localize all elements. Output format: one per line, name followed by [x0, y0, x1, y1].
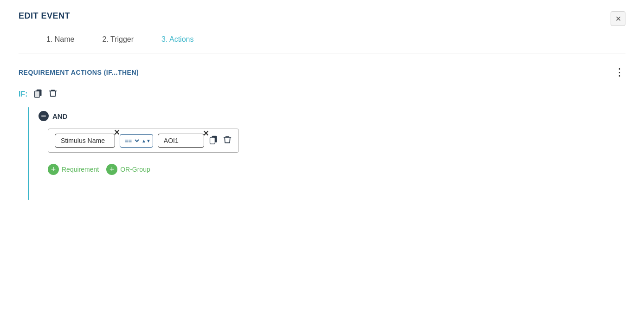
if-row: IF: path{fill:none;stroke:#2d3a4a;stroke…	[19, 89, 625, 100]
tab-trigger[interactable]: 2. Trigger	[102, 35, 134, 44]
close-icon: ✕	[615, 14, 621, 23]
divider	[19, 53, 625, 53]
add-requirement-label: Requirement	[62, 166, 99, 173]
value-box[interactable]: AOI1	[158, 134, 204, 148]
tree-container: AND ✕ Stimulus Name ==	[28, 107, 625, 200]
operator-select[interactable]: == != > < ▲▼	[120, 134, 153, 148]
section-title: REQUIREMENT ACTIONS (IF...THEN)	[19, 69, 139, 76]
delete-condition-button[interactable]: path{fill:none;stroke:#2d3a4a;stroke-wid…	[223, 135, 232, 146]
field-box[interactable]: Stimulus Name	[55, 134, 115, 148]
collapse-and-button[interactable]	[39, 111, 49, 121]
if-label: IF:	[19, 90, 28, 98]
tree-content: AND ✕ Stimulus Name ==	[29, 107, 625, 200]
copy-condition-button[interactable]	[209, 135, 218, 146]
operator-dropdown[interactable]: == != > <	[122, 137, 141, 145]
edit-event-modal: EDIT EVENT ✕ 1. Name 2. Trigger 3. Actio…	[0, 0, 644, 323]
add-or-group-button[interactable]: OR-Group	[106, 164, 150, 175]
value-container: ✕ AOI1	[158, 134, 204, 148]
copy-if-button[interactable]	[33, 89, 43, 100]
delete-if-button[interactable]: path{fill:none;stroke:#2d3a4a;stroke-wid…	[48, 89, 58, 100]
add-or-group-icon	[106, 164, 117, 175]
svg-rect-4	[210, 137, 215, 144]
and-label: AND	[52, 112, 68, 120]
operator-chevron: ▲▼	[142, 138, 151, 143]
add-requirement-button[interactable]: Requirement	[48, 164, 99, 175]
tab-name[interactable]: 1. Name	[46, 35, 74, 44]
and-node: AND	[39, 111, 625, 121]
value-label: AOI1	[164, 137, 179, 144]
field-label: Stimulus Name	[61, 137, 105, 144]
modal-title: EDIT EVENT	[19, 11, 70, 21]
more-options-button[interactable]: ⋮	[614, 67, 625, 78]
field-container: ✕ Stimulus Name	[55, 134, 115, 148]
close-button[interactable]: ✕	[611, 11, 625, 26]
condition-row: ✕ Stimulus Name == != > < ▲▼	[55, 134, 232, 148]
svg-rect-2	[34, 91, 39, 97]
steps-nav: 1. Name 2. Trigger 3. Actions	[19, 35, 625, 44]
add-or-group-label: OR-Group	[120, 166, 150, 173]
tab-actions[interactable]: 3. Actions	[161, 35, 193, 44]
condition-wrapper: ✕ Stimulus Name == != > < ▲▼	[48, 129, 239, 153]
section-header: REQUIREMENT ACTIONS (IF...THEN) ⋮	[19, 67, 625, 78]
modal-header: EDIT EVENT ✕	[19, 11, 625, 26]
add-requirement-icon	[48, 164, 59, 175]
add-row: Requirement OR-Group	[48, 164, 625, 175]
